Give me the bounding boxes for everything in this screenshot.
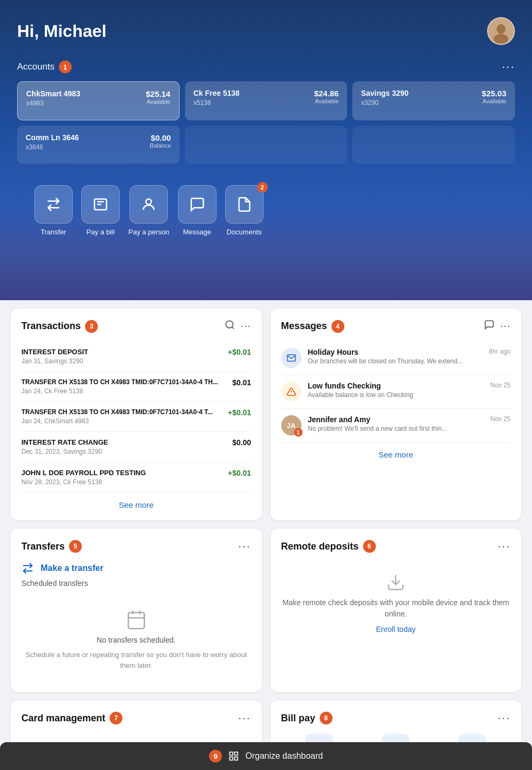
svg-point-4	[146, 199, 151, 204]
trans-date-2: Jan 24, ChkSmart 4983	[21, 417, 213, 425]
trans-name-1: TRANSFER CH X5138 TO CH X4983 TMID:0F7C7…	[21, 378, 218, 386]
trans-name-3: INTEREST RATE CHANGE	[21, 438, 108, 446]
card-management-more-icon[interactable]: ···	[238, 711, 251, 725]
bill-pay-title: Bill pay	[281, 713, 315, 724]
msg-preview-1: Available balance is low on Checking	[308, 391, 484, 399]
account-name-1: Ck Free 5138	[194, 89, 240, 97]
remote-deposits-empty: Make remote check deposits with your mob…	[281, 562, 511, 644]
account-name-3: Comm Ln 3646	[26, 133, 79, 142]
accounts-label: Accounts	[17, 62, 55, 72]
svg-rect-25	[230, 752, 233, 756]
transactions-see-more[interactable]: See more	[21, 500, 251, 509]
account-number-2: x3290	[361, 99, 408, 106]
card-management-title: Card management	[21, 713, 105, 724]
quick-action-documents[interactable]: 2 Documents	[225, 185, 264, 236]
msg-preview-2: No problem! We'll send a new card out fi…	[308, 425, 484, 432]
account-status-1: Available	[314, 98, 338, 104]
transactions-title: Transactions	[21, 321, 81, 332]
message-item-1[interactable]: Low funds Checking Available balance is …	[281, 375, 511, 409]
accounts-more-button[interactable]: ···	[502, 60, 515, 74]
messages-compose-icon[interactable]	[484, 319, 495, 333]
messages-more-icon[interactable]: ···	[500, 319, 511, 333]
enroll-today-link[interactable]: Enroll today	[376, 625, 415, 634]
svg-rect-26	[235, 752, 238, 756]
message-item-0[interactable]: Holiday Hours Our branches will be close…	[281, 341, 511, 375]
remote-deposits-title: Remote deposits	[281, 541, 359, 552]
quick-action-pay-bill-label: Pay a bill	[87, 228, 115, 236]
documents-badge: 2	[257, 182, 268, 193]
remote-deposits-card: Remote deposits 6 ··· Make remote check …	[271, 529, 522, 692]
trans-amount-4: +$0.01	[228, 469, 251, 477]
trans-name-4: JOHN L DOE PAYROLL PPD TESTING	[21, 469, 146, 477]
transaction-item-3[interactable]: INTEREST RATE CHANGE Dec 31, 2023, Savin…	[21, 432, 251, 462]
account-card-empty-2	[352, 126, 515, 164]
trans-amount-1: $0.01	[232, 378, 251, 387]
transactions-search-icon[interactable]	[225, 319, 235, 333]
msg-title-0: Holiday Hours	[308, 348, 483, 356]
account-number-0: x4983	[26, 100, 80, 107]
bottom-bar-label: Organize dashboard	[245, 751, 323, 761]
account-amount-2: $25.03	[482, 89, 506, 98]
messages-title: Messages	[281, 321, 327, 332]
svg-point-5	[226, 321, 233, 328]
transaction-item-4[interactable]: JOHN L DOE PAYROLL PPD TESTING Nov 28, 2…	[21, 462, 251, 493]
bottom-bar-badge: 9	[209, 750, 222, 763]
trans-date-3: Dec 31, 2023, Savings 3290	[21, 448, 108, 455]
transfers-empty-state: No transfers scheduled. Schedule a futur…	[21, 598, 251, 681]
header: Hi, Michael Accounts 1 ··· ChkSmart 4983…	[0, 0, 532, 300]
trans-name-2: TRANSFER CH X5138 TO CH X4983 TMID:0F7C7…	[21, 408, 213, 416]
transfers-badge: 5	[69, 540, 82, 553]
greeting: Hi, Michael	[17, 21, 106, 41]
quick-action-message[interactable]: Message	[178, 185, 217, 236]
account-amount-1: $24.86	[314, 89, 338, 98]
trans-amount-2: +$0.01	[228, 408, 251, 417]
quick-action-message-label: Message	[183, 228, 211, 236]
account-card-2[interactable]: Savings 3290 x3290 $25.03 Available	[352, 81, 515, 120]
main-content: Transactions 3 ··· INTEREST DEPOSIT Jan …	[0, 300, 532, 770]
transfers-more-icon[interactable]: ···	[238, 539, 251, 553]
transactions-badge: 3	[85, 320, 98, 333]
messages-badge: 4	[331, 320, 344, 333]
account-card-1[interactable]: Ck Free 5138 x5138 $24.86 Available	[185, 81, 348, 120]
transactions-card: Transactions 3 ··· INTEREST DEPOSIT Jan …	[11, 309, 262, 520]
bottom-bar[interactable]: 9 Organize dashboard	[0, 742, 532, 770]
transfers-empty-desc: Schedule a future or repeating transfer …	[21, 650, 251, 670]
transfers-card: Transfers 5 ··· Make a transfer Schedule…	[11, 529, 262, 692]
account-amount-3: $0.00	[150, 133, 171, 142]
trans-name-0: INTEREST DEPOSIT	[21, 348, 88, 356]
remote-deposits-desc: Make remote check deposits with your mob…	[281, 597, 511, 620]
remote-deposits-more-icon[interactable]: ···	[498, 539, 511, 553]
svg-point-2	[494, 34, 508, 44]
account-status-3: Balance	[150, 142, 171, 149]
transaction-item-1[interactable]: TRANSFER CH X5138 TO CH X4983 TMID:0F7C7…	[21, 372, 251, 402]
bill-pay-badge: 8	[320, 712, 333, 725]
make-transfer-button[interactable]: Make a transfer	[21, 562, 251, 575]
svg-rect-27	[230, 757, 233, 760]
svg-line-6	[232, 327, 234, 329]
account-amount-0: $25.14	[146, 89, 171, 98]
card-management-badge: 7	[110, 712, 122, 725]
account-status-0: Available	[146, 98, 171, 105]
bill-pay-more-icon[interactable]: ···	[498, 711, 511, 725]
msg-time-0: 8hr ago	[489, 348, 511, 368]
transfers-title: Transfers	[21, 541, 65, 552]
quick-action-pay-person[interactable]: Pay a person	[128, 185, 169, 236]
scheduled-transfers-label[interactable]: Scheduled transfers	[21, 579, 251, 588]
transaction-item-0[interactable]: INTEREST DEPOSIT Jan 31, Savings 3290 +$…	[21, 341, 251, 372]
msg-avatar-2: JA 1	[281, 415, 302, 436]
svg-point-1	[497, 24, 506, 34]
accounts-grid: ChkSmart 4983 x4983 $25.14 Available Ck …	[17, 81, 515, 164]
transactions-more-icon[interactable]: ···	[241, 319, 251, 333]
transaction-item-2[interactable]: TRANSFER CH X5138 TO CH X4983 TMID:0F7C7…	[21, 402, 251, 432]
account-card-3[interactable]: Comm Ln 3646 x3646 $0.00 Balance	[17, 126, 180, 164]
messages-see-more[interactable]: See more	[281, 450, 511, 459]
quick-action-pay-bill[interactable]: Pay a bill	[81, 185, 120, 236]
quick-action-transfer[interactable]: Transfer	[34, 185, 73, 236]
quick-action-transfer-label: Transfer	[41, 228, 66, 236]
avatar[interactable]	[487, 17, 515, 45]
msg-title-2: Jennifer and Amy	[308, 415, 484, 424]
message-item-2[interactable]: JA 1 Jennifer and Amy No problem! We'll …	[281, 409, 511, 443]
msg-preview-0: Our branches will be closed on Thursday.…	[308, 357, 483, 365]
trans-amount-3: $0.00	[232, 438, 251, 447]
account-card-0[interactable]: ChkSmart 4983 x4983 $25.14 Available	[17, 81, 180, 120]
